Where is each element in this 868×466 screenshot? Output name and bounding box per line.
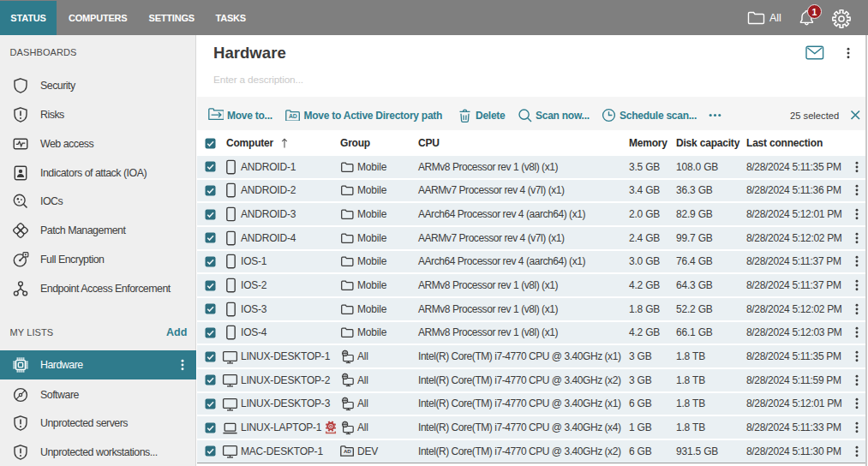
svg-text:AD: AD: [344, 449, 351, 455]
svg-text:AD: AD: [289, 113, 297, 119]
